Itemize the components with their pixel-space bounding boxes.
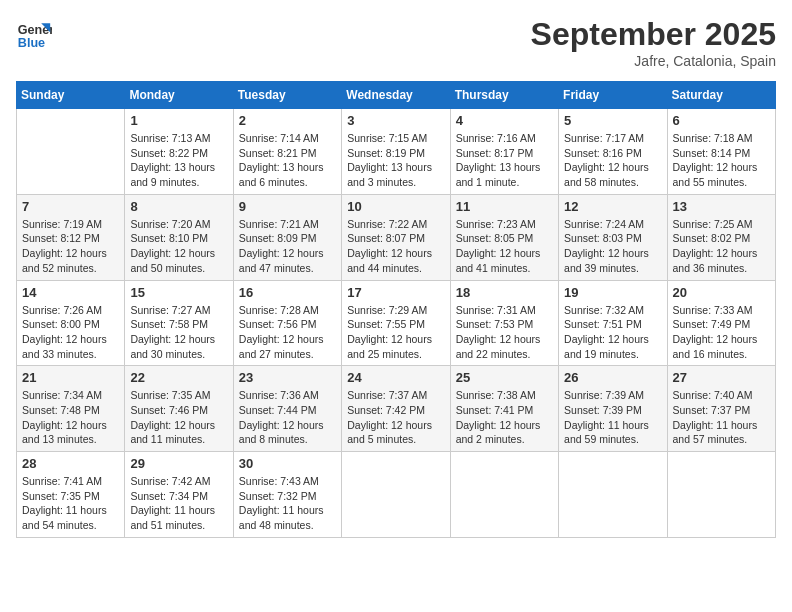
day-cell: 16Sunrise: 7:28 AM Sunset: 7:56 PM Dayli…: [233, 280, 341, 366]
day-cell: 22Sunrise: 7:35 AM Sunset: 7:46 PM Dayli…: [125, 366, 233, 452]
day-number: 16: [239, 285, 336, 300]
day-cell: 28Sunrise: 7:41 AM Sunset: 7:35 PM Dayli…: [17, 452, 125, 538]
day-info: Sunrise: 7:29 AM Sunset: 7:55 PM Dayligh…: [347, 303, 444, 362]
day-number: 19: [564, 285, 661, 300]
day-number: 30: [239, 456, 336, 471]
day-cell: 21Sunrise: 7:34 AM Sunset: 7:48 PM Dayli…: [17, 366, 125, 452]
day-cell: [342, 452, 450, 538]
day-number: 29: [130, 456, 227, 471]
day-cell: 19Sunrise: 7:32 AM Sunset: 7:51 PM Dayli…: [559, 280, 667, 366]
title-block: September 2025 Jafre, Catalonia, Spain: [531, 16, 776, 69]
day-cell: 17Sunrise: 7:29 AM Sunset: 7:55 PM Dayli…: [342, 280, 450, 366]
day-info: Sunrise: 7:32 AM Sunset: 7:51 PM Dayligh…: [564, 303, 661, 362]
weekday-header-friday: Friday: [559, 82, 667, 109]
day-cell: 11Sunrise: 7:23 AM Sunset: 8:05 PM Dayli…: [450, 194, 558, 280]
day-number: 20: [673, 285, 770, 300]
day-number: 12: [564, 199, 661, 214]
day-info: Sunrise: 7:20 AM Sunset: 8:10 PM Dayligh…: [130, 217, 227, 276]
day-cell: 9Sunrise: 7:21 AM Sunset: 8:09 PM Daylig…: [233, 194, 341, 280]
week-row-1: 1Sunrise: 7:13 AM Sunset: 8:22 PM Daylig…: [17, 109, 776, 195]
day-number: 24: [347, 370, 444, 385]
day-info: Sunrise: 7:21 AM Sunset: 8:09 PM Dayligh…: [239, 217, 336, 276]
day-number: 5: [564, 113, 661, 128]
day-info: Sunrise: 7:14 AM Sunset: 8:21 PM Dayligh…: [239, 131, 336, 190]
day-cell: 15Sunrise: 7:27 AM Sunset: 7:58 PM Dayli…: [125, 280, 233, 366]
day-number: 27: [673, 370, 770, 385]
day-number: 1: [130, 113, 227, 128]
day-info: Sunrise: 7:18 AM Sunset: 8:14 PM Dayligh…: [673, 131, 770, 190]
calendar-table: SundayMondayTuesdayWednesdayThursdayFrid…: [16, 81, 776, 538]
day-info: Sunrise: 7:33 AM Sunset: 7:49 PM Dayligh…: [673, 303, 770, 362]
day-cell: 23Sunrise: 7:36 AM Sunset: 7:44 PM Dayli…: [233, 366, 341, 452]
weekday-header-row: SundayMondayTuesdayWednesdayThursdayFrid…: [17, 82, 776, 109]
day-number: 25: [456, 370, 553, 385]
day-info: Sunrise: 7:26 AM Sunset: 8:00 PM Dayligh…: [22, 303, 119, 362]
month-title: September 2025: [531, 16, 776, 53]
day-info: Sunrise: 7:42 AM Sunset: 7:34 PM Dayligh…: [130, 474, 227, 533]
day-info: Sunrise: 7:39 AM Sunset: 7:39 PM Dayligh…: [564, 388, 661, 447]
day-cell: 6Sunrise: 7:18 AM Sunset: 8:14 PM Daylig…: [667, 109, 775, 195]
day-number: 15: [130, 285, 227, 300]
day-info: Sunrise: 7:36 AM Sunset: 7:44 PM Dayligh…: [239, 388, 336, 447]
day-number: 23: [239, 370, 336, 385]
day-number: 10: [347, 199, 444, 214]
day-cell: [17, 109, 125, 195]
day-number: 11: [456, 199, 553, 214]
weekday-header-sunday: Sunday: [17, 82, 125, 109]
day-number: 17: [347, 285, 444, 300]
day-info: Sunrise: 7:24 AM Sunset: 8:03 PM Dayligh…: [564, 217, 661, 276]
day-cell: 25Sunrise: 7:38 AM Sunset: 7:41 PM Dayli…: [450, 366, 558, 452]
day-number: 7: [22, 199, 119, 214]
weekday-header-monday: Monday: [125, 82, 233, 109]
day-number: 22: [130, 370, 227, 385]
day-number: 2: [239, 113, 336, 128]
day-number: 8: [130, 199, 227, 214]
day-number: 26: [564, 370, 661, 385]
day-info: Sunrise: 7:17 AM Sunset: 8:16 PM Dayligh…: [564, 131, 661, 190]
day-info: Sunrise: 7:16 AM Sunset: 8:17 PM Dayligh…: [456, 131, 553, 190]
day-cell: 18Sunrise: 7:31 AM Sunset: 7:53 PM Dayli…: [450, 280, 558, 366]
day-info: Sunrise: 7:34 AM Sunset: 7:48 PM Dayligh…: [22, 388, 119, 447]
day-info: Sunrise: 7:25 AM Sunset: 8:02 PM Dayligh…: [673, 217, 770, 276]
logo-icon: General Blue: [16, 16, 52, 52]
day-cell: [559, 452, 667, 538]
day-info: Sunrise: 7:38 AM Sunset: 7:41 PM Dayligh…: [456, 388, 553, 447]
day-cell: 5Sunrise: 7:17 AM Sunset: 8:16 PM Daylig…: [559, 109, 667, 195]
day-number: 21: [22, 370, 119, 385]
location: Jafre, Catalonia, Spain: [531, 53, 776, 69]
day-cell: 1Sunrise: 7:13 AM Sunset: 8:22 PM Daylig…: [125, 109, 233, 195]
day-cell: 3Sunrise: 7:15 AM Sunset: 8:19 PM Daylig…: [342, 109, 450, 195]
weekday-header-saturday: Saturday: [667, 82, 775, 109]
weekday-header-thursday: Thursday: [450, 82, 558, 109]
day-info: Sunrise: 7:23 AM Sunset: 8:05 PM Dayligh…: [456, 217, 553, 276]
day-info: Sunrise: 7:22 AM Sunset: 8:07 PM Dayligh…: [347, 217, 444, 276]
day-info: Sunrise: 7:28 AM Sunset: 7:56 PM Dayligh…: [239, 303, 336, 362]
day-info: Sunrise: 7:15 AM Sunset: 8:19 PM Dayligh…: [347, 131, 444, 190]
day-info: Sunrise: 7:27 AM Sunset: 7:58 PM Dayligh…: [130, 303, 227, 362]
day-info: Sunrise: 7:41 AM Sunset: 7:35 PM Dayligh…: [22, 474, 119, 533]
day-info: Sunrise: 7:37 AM Sunset: 7:42 PM Dayligh…: [347, 388, 444, 447]
day-cell: [450, 452, 558, 538]
week-row-3: 14Sunrise: 7:26 AM Sunset: 8:00 PM Dayli…: [17, 280, 776, 366]
day-number: 14: [22, 285, 119, 300]
day-cell: 8Sunrise: 7:20 AM Sunset: 8:10 PM Daylig…: [125, 194, 233, 280]
week-row-5: 28Sunrise: 7:41 AM Sunset: 7:35 PM Dayli…: [17, 452, 776, 538]
day-cell: 20Sunrise: 7:33 AM Sunset: 7:49 PM Dayli…: [667, 280, 775, 366]
day-info: Sunrise: 7:13 AM Sunset: 8:22 PM Dayligh…: [130, 131, 227, 190]
day-info: Sunrise: 7:31 AM Sunset: 7:53 PM Dayligh…: [456, 303, 553, 362]
logo: General Blue: [16, 16, 52, 52]
day-cell: [667, 452, 775, 538]
day-cell: 14Sunrise: 7:26 AM Sunset: 8:00 PM Dayli…: [17, 280, 125, 366]
weekday-header-wednesday: Wednesday: [342, 82, 450, 109]
day-cell: 26Sunrise: 7:39 AM Sunset: 7:39 PM Dayli…: [559, 366, 667, 452]
svg-text:Blue: Blue: [18, 36, 45, 50]
day-info: Sunrise: 7:40 AM Sunset: 7:37 PM Dayligh…: [673, 388, 770, 447]
day-info: Sunrise: 7:35 AM Sunset: 7:46 PM Dayligh…: [130, 388, 227, 447]
day-info: Sunrise: 7:43 AM Sunset: 7:32 PM Dayligh…: [239, 474, 336, 533]
day-number: 18: [456, 285, 553, 300]
day-cell: 12Sunrise: 7:24 AM Sunset: 8:03 PM Dayli…: [559, 194, 667, 280]
day-cell: 10Sunrise: 7:22 AM Sunset: 8:07 PM Dayli…: [342, 194, 450, 280]
day-cell: 24Sunrise: 7:37 AM Sunset: 7:42 PM Dayli…: [342, 366, 450, 452]
day-number: 28: [22, 456, 119, 471]
week-row-4: 21Sunrise: 7:34 AM Sunset: 7:48 PM Dayli…: [17, 366, 776, 452]
